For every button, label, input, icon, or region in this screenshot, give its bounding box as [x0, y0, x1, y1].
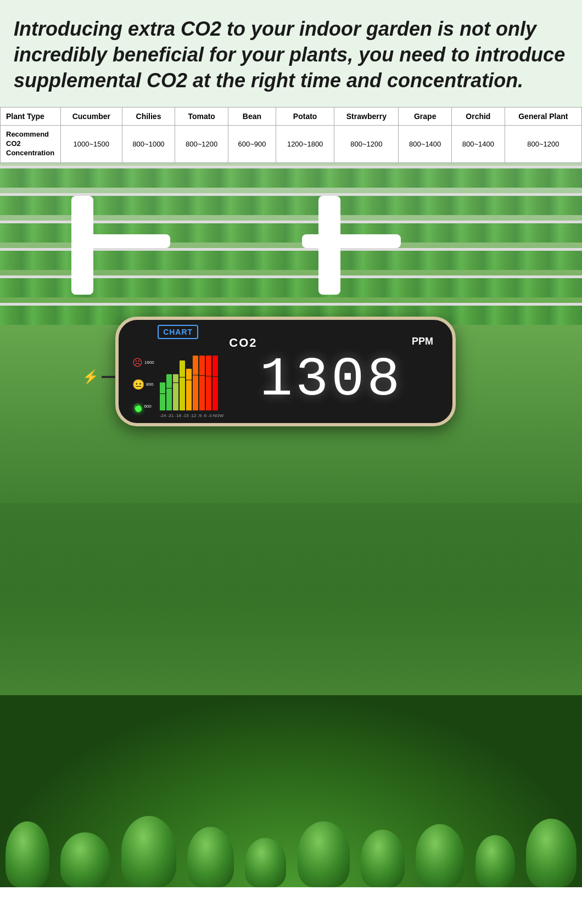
- cell-bean: 600~900: [228, 126, 276, 163]
- lettuce-8: [416, 824, 464, 887]
- table-section: Plant Type Cucumber Chilies Tomato Bean …: [0, 107, 582, 163]
- bar-chart: [160, 345, 223, 410]
- header-title: Introducing extra CO2 to your indoor gar…: [14, 16, 568, 93]
- chart-x-labels: -24 -21 -18 -15 -12 -9 -6 -3 NOW: [160, 413, 223, 418]
- co2-reading-area: CO2 PPM 1308: [223, 325, 439, 418]
- robot-arm-horizontal-1: [71, 234, 170, 248]
- cell-orchid: 800~1400: [452, 126, 505, 163]
- bar-chart-wrapper: -24 -21 -18 -15 -12 -9 -6 -3 NOW: [160, 345, 223, 418]
- chart-label-box: CHART: [158, 325, 198, 339]
- cell-cucumber: 1000~1500: [61, 126, 122, 163]
- smiley-chart-container: ☹ 1600 😐 800 ☺ 600: [132, 343, 223, 418]
- chart-area: CHART ☹ 1600 😐 800 ☺: [132, 325, 223, 418]
- bar-col-6: [193, 356, 198, 410]
- garden-background: ⚡ CHART ☹ 1600 😐: [0, 163, 582, 887]
- col-cucumber: Cucumber: [61, 108, 122, 126]
- col-bean: Bean: [228, 108, 276, 126]
- bar-4b: [180, 378, 185, 410]
- cell-tomato: 800~1200: [175, 126, 228, 163]
- bar-3: [173, 374, 178, 382]
- co2-header: CO2 PPM: [223, 336, 439, 350]
- cell-potato: 1200~1800: [276, 126, 334, 163]
- device-container: ⚡ CHART ☹ 1600 😐: [115, 317, 467, 437]
- lettuce-3: [121, 816, 176, 887]
- bar-col-8: [206, 356, 211, 410]
- robot-arm-horizontal-2: [302, 234, 401, 248]
- cell-strawberry: 800~1200: [334, 126, 399, 163]
- bar-1: [160, 382, 165, 393]
- smiley-line-yellow: 😐 800: [132, 380, 154, 390]
- bar-1b: [160, 394, 165, 410]
- bar-4: [180, 360, 185, 377]
- col-grape: Grape: [399, 108, 452, 126]
- lettuce-7: [361, 830, 405, 887]
- cell-general: 800~1200: [505, 126, 581, 163]
- bar-col-4: [180, 356, 185, 410]
- bar-7: [199, 356, 205, 375]
- co2-table: Plant Type Cucumber Chilies Tomato Bean …: [0, 107, 582, 163]
- usb-icon: ⚡: [82, 369, 99, 385]
- col-orchid: Orchid: [452, 108, 505, 126]
- bar-5: [186, 369, 192, 380]
- col-strawberry: Strawberry: [334, 108, 399, 126]
- cell-grape: 800~1400: [399, 126, 452, 163]
- bottom-garden: [0, 503, 582, 887]
- lettuce-4: [187, 827, 234, 887]
- header-section: Introducing extra CO2 to your indoor gar…: [0, 0, 582, 107]
- bar-col-2: [166, 356, 172, 410]
- lettuce-10: [526, 819, 577, 887]
- smiley-red-label: 1600: [144, 360, 154, 365]
- smiley-neutral-icon: 😐: [132, 380, 144, 390]
- bar-col-1: [160, 356, 165, 410]
- smiley-unhappy-icon: ☹: [132, 358, 143, 368]
- table-header-row: Plant Type Cucumber Chilies Tomato Bean …: [1, 108, 582, 126]
- co2-value: 1308: [260, 353, 402, 408]
- rack-plants-1: [0, 168, 582, 188]
- lettuce-2: [60, 832, 110, 887]
- bar-5b: [186, 380, 192, 410]
- bar-6b: [193, 375, 198, 410]
- col-potato: Potato: [276, 108, 334, 126]
- lettuce-6: [298, 821, 350, 887]
- co2-label: CO2: [229, 336, 257, 350]
- ppm-label: PPM: [412, 336, 433, 347]
- table-data-row: Recommend CO2Concentration 1000~1500 800…: [1, 126, 582, 163]
- bar-2: [166, 374, 172, 388]
- col-chilies: Chilies: [122, 108, 175, 126]
- row-label: Recommend CO2Concentration: [1, 126, 61, 163]
- device-body: CHART ☹ 1600 😐 800 ☺: [115, 317, 456, 426]
- smiley-line-red: ☹ 1600: [132, 358, 154, 368]
- col-tomato: Tomato: [175, 108, 228, 126]
- smiley-green-label: 600: [144, 404, 151, 409]
- bar-8b: [206, 376, 211, 410]
- bar-3b: [173, 383, 178, 410]
- col-general: General Plant: [505, 108, 581, 126]
- bar-col-7: [199, 356, 205, 410]
- lettuce-9: [475, 835, 515, 887]
- bar-2b: [166, 388, 172, 410]
- cell-chilies: 800~1000: [122, 126, 175, 163]
- bar-col-3: [173, 356, 178, 410]
- lettuce-1: [5, 821, 49, 887]
- bar-9: [212, 356, 218, 376]
- bar-9b: [212, 377, 218, 410]
- lettuce-5: [245, 838, 286, 887]
- smiley-yellow-label: 800: [146, 382, 153, 387]
- lettuce-plants-row: [0, 816, 582, 887]
- chart-label: CHART: [163, 328, 193, 336]
- col-plant-type: Plant Type: [1, 108, 61, 126]
- bar-6: [193, 356, 198, 375]
- bar-7b: [199, 376, 205, 410]
- bar-8: [206, 356, 211, 376]
- bar-col-5: [186, 356, 192, 410]
- bar-col-9: [212, 356, 218, 410]
- led-indicator: [135, 405, 142, 412]
